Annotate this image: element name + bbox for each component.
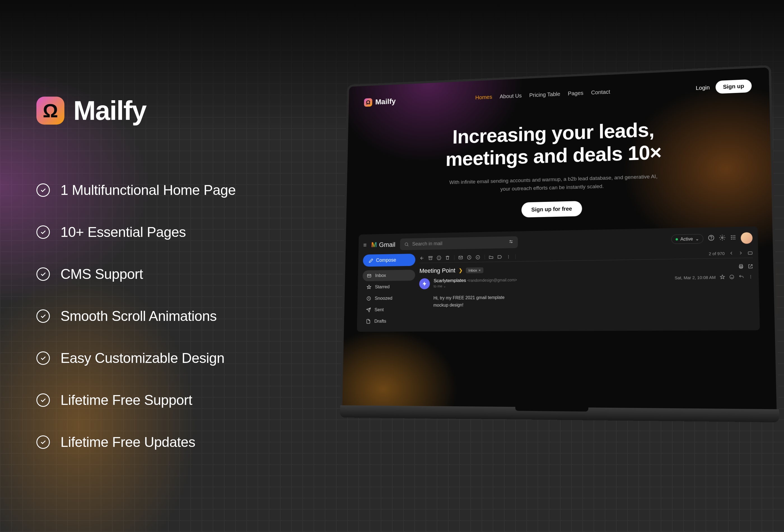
reply-icon[interactable] xyxy=(739,274,744,280)
feature-text: CMS Support xyxy=(60,266,143,282)
inbox-label-badge[interactable]: Inbox × xyxy=(466,268,483,273)
mail-body: Hi, try my FREE 2021 gmail template mock… xyxy=(419,286,754,309)
gear-icon[interactable] xyxy=(719,234,726,243)
svg-rect-29 xyxy=(748,252,752,254)
subject-text: Meeting Point xyxy=(419,267,455,275)
feature-item: Smooth Scroll Animations xyxy=(36,308,360,324)
check-icon xyxy=(36,268,50,281)
archive-icon[interactable] xyxy=(428,256,433,261)
star-icon[interactable] xyxy=(720,275,725,280)
tune-icon[interactable] xyxy=(508,239,513,246)
omega-icon: Ω xyxy=(366,99,370,106)
clock-icon xyxy=(366,296,371,301)
search-placeholder: Search in mail xyxy=(412,241,442,247)
inbox-icon xyxy=(367,273,371,278)
svg-point-11 xyxy=(734,235,735,236)
sidebar-item-sent[interactable]: Sent xyxy=(362,304,415,315)
nav-actions: Login Sign up xyxy=(696,79,752,95)
feature-text: Lifetime Free Updates xyxy=(60,434,195,450)
apps-grid-icon[interactable] xyxy=(730,234,736,242)
svg-point-16 xyxy=(733,239,734,240)
hero-section: Increasing your leads, meetings and deal… xyxy=(362,114,754,221)
check-icon xyxy=(36,436,50,449)
svg-point-4 xyxy=(510,241,511,241)
compose-label: Compose xyxy=(376,257,396,263)
svg-point-33 xyxy=(730,275,734,279)
check-icon xyxy=(36,184,50,197)
sidebar-item-snoozed[interactable]: Snoozed xyxy=(362,292,415,304)
status-badge[interactable]: Active ⌄ xyxy=(671,234,704,244)
laptop-mockup: Ω Mailfy HomesAbout UsPricing TablePages… xyxy=(338,65,781,499)
help-icon[interactable] xyxy=(708,235,714,243)
sidebar-label: Starred xyxy=(375,284,390,290)
close-icon[interactable]: × xyxy=(478,268,480,273)
send-icon xyxy=(366,307,371,312)
svg-point-17 xyxy=(734,239,735,240)
chevron-down-icon: ⌄ xyxy=(695,236,699,242)
nav-link[interactable]: Pricing Table xyxy=(529,91,560,99)
login-link[interactable]: Login xyxy=(696,84,710,91)
feature-text: Smooth Scroll Animations xyxy=(60,308,217,324)
brand-logo: Ω xyxy=(36,96,64,124)
site-navbar: Ω Mailfy HomesAbout UsPricing TablePages… xyxy=(364,79,752,109)
svg-point-36 xyxy=(750,278,751,278)
feature-item: 10+ Essential Pages xyxy=(36,224,360,240)
feature-item: Easy Customizable Design xyxy=(36,350,360,366)
mark-unread-icon[interactable] xyxy=(458,255,463,260)
nav-link[interactable]: Contact xyxy=(591,89,610,96)
hero-cta-button[interactable]: Sign up for free xyxy=(521,201,582,218)
nav-link[interactable]: About Us xyxy=(500,93,522,100)
feature-text: Lifetime Free Support xyxy=(60,392,192,408)
feature-text: Easy Customizable Design xyxy=(60,350,225,366)
more-icon[interactable] xyxy=(748,274,753,279)
next-icon[interactable] xyxy=(738,251,744,256)
search-icon xyxy=(404,242,409,247)
svg-point-10 xyxy=(732,235,734,236)
nav-brand-name: Mailfy xyxy=(375,97,396,106)
mail-subject: Meeting Point ❯ Inbox × xyxy=(419,267,483,275)
chevron-down-icon[interactable]: ⌄ xyxy=(443,284,446,288)
signup-button[interactable]: Sign up xyxy=(716,79,752,94)
user-avatar[interactable] xyxy=(740,232,753,244)
nav-link[interactable]: Homes xyxy=(475,94,492,101)
back-icon[interactable] xyxy=(419,256,424,261)
keyboard-icon[interactable] xyxy=(748,250,753,256)
prev-icon[interactable] xyxy=(729,251,734,256)
laptop-notch xyxy=(515,407,588,412)
compose-button[interactable]: Compose xyxy=(363,254,416,267)
gmail-sidebar: Compose InboxStarredSnoozedSentDrafts xyxy=(362,254,416,327)
important-icon[interactable]: ❯ xyxy=(458,268,463,274)
sender-avatar[interactable] xyxy=(419,278,430,289)
snooze-icon[interactable] xyxy=(467,255,472,260)
nav-link[interactable]: Pages xyxy=(568,90,584,97)
brand-name: Mailfy xyxy=(73,95,146,126)
sidebar-item-drafts[interactable]: Drafts xyxy=(362,316,415,327)
sidebar-item-starred[interactable]: Starred xyxy=(362,281,415,292)
gmail-logo[interactable]: M Gmail xyxy=(371,240,396,249)
more-icon[interactable] xyxy=(506,254,511,259)
status-text: Active xyxy=(680,236,693,242)
search-bar[interactable]: Search in mail xyxy=(400,236,518,250)
feature-item: CMS Support xyxy=(36,266,360,282)
move-to-icon[interactable] xyxy=(488,254,494,259)
omega-icon: Ω xyxy=(43,100,58,121)
emoji-icon[interactable] xyxy=(729,274,734,280)
open-new-icon[interactable] xyxy=(748,264,753,269)
svg-point-14 xyxy=(734,237,735,238)
hamburger-icon[interactable]: ≡ xyxy=(363,242,366,249)
nav-links: HomesAbout UsPricing TablePagesContact xyxy=(475,89,610,101)
svg-rect-20 xyxy=(429,256,432,257)
svg-line-1 xyxy=(408,245,409,246)
sidebar-item-inbox[interactable]: Inbox xyxy=(363,270,415,281)
add-task-icon[interactable] xyxy=(475,255,480,260)
nav-brand[interactable]: Ω Mailfy xyxy=(364,97,396,107)
label-icon[interactable] xyxy=(497,254,502,259)
svg-point-5 xyxy=(511,242,512,243)
svg-point-12 xyxy=(731,237,732,238)
features-list: 1 Multifunctional Home Page10+ Essential… xyxy=(36,182,360,450)
gmail-mockup: ≡ M Gmail Search in mail xyxy=(357,226,760,332)
hero-title: Increasing your leads, meetings and deal… xyxy=(363,114,753,173)
delete-icon[interactable] xyxy=(445,255,450,260)
report-spam-icon[interactable] xyxy=(437,256,441,261)
print-icon[interactable] xyxy=(738,264,744,269)
